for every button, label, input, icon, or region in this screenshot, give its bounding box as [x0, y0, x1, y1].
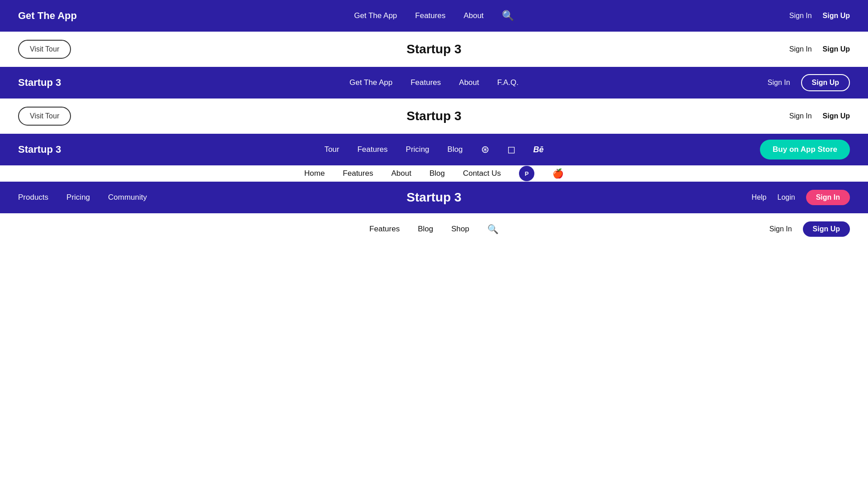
- content-right-2: Sign In Sign Up: [789, 112, 850, 120]
- brand-4-center: Startup 3: [406, 190, 461, 205]
- nav-about-content-3[interactable]: About: [391, 169, 411, 178]
- content-row-2: Visit Tour Startup 3 Sign In Sign Up: [0, 99, 868, 134]
- login-button-4[interactable]: Login: [778, 193, 795, 202]
- signin-button-1[interactable]: Sign In: [789, 12, 812, 20]
- signin-button-4[interactable]: Sign In: [806, 190, 850, 205]
- nav-links-1: Get The App Features About 🔍: [354, 10, 514, 22]
- navbar-3: Startup 3 Tour Features Pricing Blog ⊛ ◻…: [0, 134, 868, 165]
- nav-about-1[interactable]: About: [463, 11, 483, 20]
- search-icon-4[interactable]: 🔍: [487, 224, 499, 235]
- search-icon-1[interactable]: 🔍: [502, 10, 514, 22]
- nav-features-1[interactable]: Features: [415, 11, 445, 20]
- brand-3: Startup 3: [18, 144, 61, 155]
- nav-blog-content-3[interactable]: Blog: [429, 169, 445, 178]
- content-right-1: Sign In Sign Up: [789, 45, 850, 53]
- behance-icon[interactable]: Bē: [533, 145, 544, 155]
- nav-contact-3[interactable]: Contact Us: [463, 169, 501, 178]
- nav-community-4[interactable]: Community: [108, 193, 147, 202]
- nav-links-2: Get The App Features About F.A.Q.: [349, 78, 519, 87]
- nav-features-content-3[interactable]: Features: [343, 169, 373, 178]
- content-title-2: Startup 3: [406, 109, 461, 123]
- content-row-1: Visit Tour Startup 3 Sign In Sign Up: [0, 32, 868, 67]
- dribbble-icon[interactable]: ⊛: [481, 144, 489, 155]
- navbar-1: Get The App Get The App Features About 🔍…: [0, 0, 868, 32]
- content-row-3: Home Features About Blog Contact Us P 🍎: [0, 165, 868, 182]
- nav-features-3[interactable]: Features: [357, 145, 387, 154]
- content-links-4: Features Blog Shop 🔍: [369, 224, 499, 235]
- nav-right-1: Sign In Sign Up: [789, 12, 850, 20]
- nav-right-2: Sign In Sign Up: [768, 74, 850, 91]
- signup-content-1[interactable]: Sign Up: [823, 45, 850, 53]
- producthunt-icon[interactable]: P: [519, 166, 534, 181]
- nav-shop-4[interactable]: Shop: [451, 225, 469, 234]
- nav-about-2[interactable]: About: [459, 78, 479, 87]
- signup-button-2[interactable]: Sign Up: [801, 74, 850, 91]
- signup-content-2[interactable]: Sign Up: [823, 112, 850, 120]
- nav-products-4[interactable]: Products: [18, 193, 48, 202]
- brand-1: Get The App: [18, 10, 77, 22]
- nav-right-4: Help Login Sign In: [752, 190, 850, 205]
- signin-content-1[interactable]: Sign In: [789, 45, 812, 53]
- buy-app-store-button[interactable]: Buy on App Store: [760, 140, 850, 160]
- visit-tour-button-2[interactable]: Visit Tour: [18, 107, 71, 126]
- nav-get-the-app-2[interactable]: Get The App: [349, 78, 392, 87]
- nav-blog-3[interactable]: Blog: [448, 145, 463, 154]
- nav-get-the-app-1[interactable]: Get The App: [354, 11, 397, 20]
- nav-tour-3[interactable]: Tour: [324, 145, 339, 154]
- instagram-icon[interactable]: ◻: [507, 144, 515, 155]
- nav-right-3: Buy on App Store: [760, 140, 850, 160]
- navbar-4: Products Pricing Community Startup 3 Hel…: [0, 182, 868, 213]
- content-right-4: Sign In Sign Up: [769, 221, 850, 237]
- apple-icon[interactable]: 🍎: [552, 168, 564, 179]
- content-title-1: Startup 3: [406, 42, 461, 56]
- signup-button-1[interactable]: Sign Up: [823, 12, 850, 20]
- content-row-4: Features Blog Shop 🔍 Sign In Sign Up: [0, 213, 868, 245]
- navbar-2: Startup 3 Get The App Features About F.A…: [0, 67, 868, 99]
- nav-blog-4[interactable]: Blog: [418, 225, 433, 234]
- brand-2: Startup 3: [18, 77, 61, 89]
- nav-pricing-4[interactable]: Pricing: [66, 193, 90, 202]
- nav-left-4: Products Pricing Community: [18, 193, 147, 202]
- signup-content-4[interactable]: Sign Up: [803, 221, 850, 237]
- signin-content-4[interactable]: Sign In: [769, 225, 792, 233]
- nav-faq-2[interactable]: F.A.Q.: [497, 78, 519, 87]
- nav-features-4[interactable]: Features: [369, 225, 400, 234]
- nav-home-3[interactable]: Home: [304, 169, 325, 178]
- nav-pricing-3[interactable]: Pricing: [406, 145, 429, 154]
- visit-tour-button-1[interactable]: Visit Tour: [18, 40, 71, 59]
- signin-button-2[interactable]: Sign In: [768, 79, 790, 87]
- content-links-3: Home Features About Blog Contact Us P 🍎: [304, 166, 564, 181]
- signin-content-2[interactable]: Sign In: [789, 112, 812, 120]
- nav-features-2[interactable]: Features: [410, 78, 441, 87]
- help-button-4[interactable]: Help: [752, 193, 767, 202]
- nav-links-3: Tour Features Pricing Blog ⊛ ◻ Bē: [324, 144, 543, 155]
